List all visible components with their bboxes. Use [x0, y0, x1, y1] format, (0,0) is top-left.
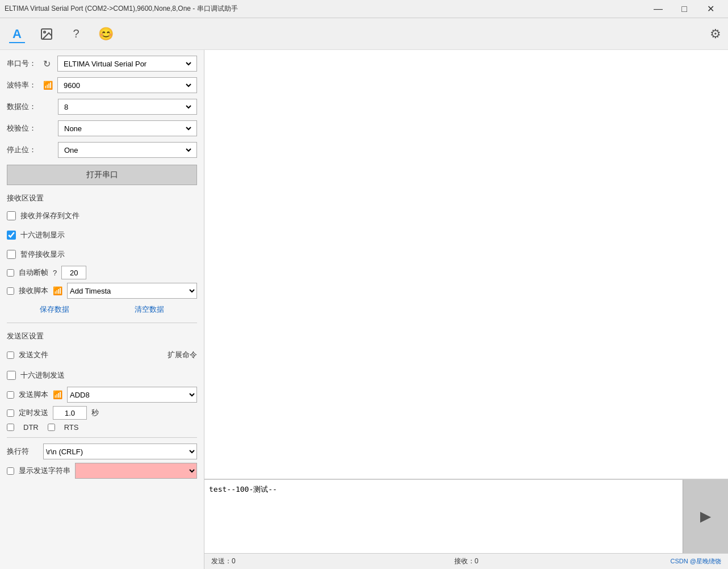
auto-frame-input[interactable]: 20: [61, 266, 86, 279]
main-container: 串口号： ↻ ELTIMA Virtual Serial Por 波特率： 📶 …: [0, 50, 728, 569]
parity-label: 校验位：: [7, 123, 39, 133]
help-icon[interactable]: ?: [66, 24, 86, 44]
receive-script-select[interactable]: Add Timesta: [67, 283, 197, 299]
sec-label: 秒: [91, 408, 99, 418]
timed-send-label: 定时发送: [19, 408, 48, 418]
display-send-label: 显示发送字符串: [19, 466, 70, 476]
script-signal-icon: 📶: [53, 286, 62, 295]
send-settings-title: 发送区设置: [7, 331, 197, 341]
toolbar: A ? 😊 ⚙: [0, 18, 728, 50]
send-status: 发送：0: [211, 557, 381, 566]
settings-icon[interactable]: ⚙: [710, 27, 721, 41]
divider-1: [7, 323, 197, 323]
save-to-file-row: 接收并保存到文件: [7, 208, 197, 224]
receive-area[interactable]: [204, 50, 728, 479]
display-send-row: 显示发送字符串: [7, 463, 197, 479]
port-row: 串口号： ↻ ELTIMA Virtual Serial Por: [7, 55, 197, 73]
pause-receive-checkbox[interactable]: [7, 250, 16, 259]
hex-send-row: 十六进制发送: [7, 367, 197, 383]
title-bar: ELTIMA Virtual Serial Port (COM2->COM1),…: [0, 0, 728, 18]
receive-status: 接收：0: [381, 557, 551, 566]
pause-receive-label: 暂停接收显示: [20, 249, 65, 260]
send-arrow-icon: ►: [697, 506, 715, 527]
restore-button[interactable]: □: [671, 0, 697, 18]
display-send-checkbox[interactable]: [7, 467, 14, 475]
timed-send-row: 定时发送 秒: [7, 406, 197, 420]
receive-settings-title: 接收区设置: [7, 193, 197, 203]
clear-data-link[interactable]: 清空数据: [135, 304, 164, 315]
dtr-label: DTR: [23, 423, 39, 432]
port-select[interactable]: ELTIMA Virtual Serial Por: [61, 57, 193, 70]
image-icon[interactable]: [36, 24, 57, 44]
stopbits-label: 停止位：: [7, 145, 39, 155]
baud-select[interactable]: 9600 4800 19200 38400 115200: [61, 79, 193, 91]
send-button[interactable]: ►: [683, 480, 728, 553]
toolbar-left: A ? 😊: [7, 24, 116, 44]
svg-point-1: [44, 31, 45, 33]
send-textarea[interactable]: test--100-测试--: [204, 480, 683, 553]
stopbits-select[interactable]: One Two OnePointFive: [62, 144, 193, 156]
pause-receive-row: 暂停接收显示: [7, 246, 197, 262]
port-label: 串口号：: [7, 58, 39, 69]
window-title: ELTIMA Virtual Serial Port (COM2->COM1),…: [5, 4, 238, 14]
rts-label: RTS: [64, 423, 79, 432]
signal-icon: 📶: [43, 81, 53, 90]
auto-frame-row: 自动断帧 ? 20: [7, 266, 197, 279]
hex-send-label: 十六进制发送: [20, 370, 65, 380]
hex-display-label: 十六进制显示: [20, 230, 65, 240]
font-icon[interactable]: A: [7, 24, 27, 44]
send-script-checkbox[interactable]: [7, 391, 14, 399]
databits-label: 数据位：: [7, 102, 39, 112]
data-links: 保存数据 清空数据: [7, 304, 197, 315]
send-area-container: test--100-测试-- ►: [204, 479, 728, 553]
baud-select-container[interactable]: 9600 4800 19200 38400 115200: [57, 77, 197, 93]
save-to-file-checkbox[interactable]: [7, 211, 16, 220]
send-file-checkbox[interactable]: [7, 352, 14, 359]
close-button[interactable]: ✕: [697, 0, 723, 18]
refresh-icon[interactable]: ↻: [43, 58, 51, 69]
divider-2: [7, 437, 197, 438]
parity-row: 校验位： None Odd Even Mark Space: [7, 119, 197, 137]
newline-row: 换行符 \r\n (CRLF) \n (LF) \r (CR) None: [7, 444, 197, 459]
receive-script-label: 接收脚本: [19, 286, 48, 296]
send-script-select[interactable]: ADD8: [67, 387, 197, 403]
hex-display-checkbox[interactable]: [7, 231, 16, 240]
save-to-file-label: 接收并保存到文件: [20, 211, 80, 221]
baud-label: 波特率：: [7, 80, 39, 90]
auto-frame-checkbox[interactable]: [7, 269, 14, 277]
stopbits-row: 停止位： One Two OnePointFive: [7, 141, 197, 159]
send-script-signal-icon: 📶: [53, 390, 62, 399]
expand-cmd-label[interactable]: 扩展命令: [168, 350, 197, 360]
timer-input[interactable]: [53, 406, 87, 420]
receive-script-checkbox[interactable]: [7, 287, 14, 295]
parity-select[interactable]: None Odd Even Mark Space: [62, 122, 193, 135]
send-script-row: 发送脚本 📶 ADD8: [7, 387, 197, 403]
send-file-row: 发送文件 扩展命令: [7, 346, 197, 364]
auto-frame-label: 自动断帧: [19, 267, 48, 278]
timed-send-checkbox[interactable]: [7, 409, 14, 417]
rts-checkbox[interactable]: [48, 424, 55, 431]
dtr-rts-row: DTR RTS: [7, 423, 197, 432]
databits-select[interactable]: 8 7 6 5: [62, 101, 193, 113]
databits-select-container[interactable]: 8 7 6 5: [58, 99, 197, 115]
stopbits-select-container[interactable]: One Two OnePointFive: [58, 142, 197, 158]
dtr-checkbox[interactable]: [7, 424, 14, 431]
send-file-label: 发送文件: [19, 350, 48, 360]
open-port-button[interactable]: 打开串口: [7, 165, 197, 185]
display-send-select[interactable]: [75, 463, 197, 479]
right-panel: test--100-测试-- ► 发送：0 接收：0 CSDN @星晚绕饶: [204, 50, 728, 569]
parity-select-container[interactable]: None Odd Even Mark Space: [58, 120, 197, 136]
window-controls: — □ ✕: [645, 0, 723, 18]
face-icon[interactable]: 😊: [95, 24, 116, 44]
save-data-link[interactable]: 保存数据: [40, 304, 69, 315]
question-icon[interactable]: ?: [53, 269, 57, 277]
port-select-container[interactable]: ELTIMA Virtual Serial Por: [57, 56, 197, 72]
baud-row: 波特率： 📶 9600 4800 19200 38400 115200: [7, 76, 197, 94]
hex-send-checkbox[interactable]: [7, 371, 16, 380]
newline-select[interactable]: \r\n (CRLF) \n (LF) \r (CR) None: [43, 444, 197, 459]
hex-display-row: 十六进制显示: [7, 227, 197, 243]
watermark: CSDN @星晚绕饶: [551, 557, 721, 566]
minimize-button[interactable]: —: [645, 0, 671, 18]
receive-script-row: 接收脚本 📶 Add Timesta: [7, 283, 197, 299]
databits-row: 数据位： 8 7 6 5: [7, 98, 197, 116]
